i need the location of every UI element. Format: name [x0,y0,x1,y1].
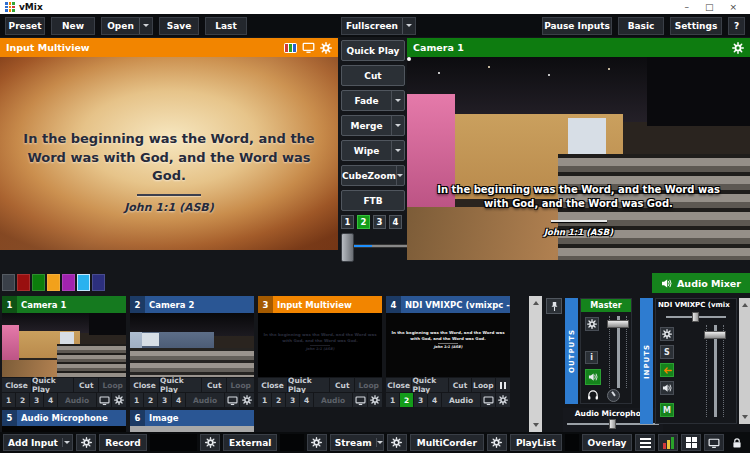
fader-handle[interactable] [607,320,629,328]
gear-icon[interactable] [320,42,332,54]
audio-follow-button[interactable] [660,363,674,377]
input-1-header[interactable]: 1 Camera 1 [2,296,126,313]
inputs-scrollbar[interactable] [529,296,542,432]
settings-button[interactable]: Settings [670,17,722,35]
basic-button[interactable]: Basic [618,17,664,35]
scroll-up-icon[interactable] [742,300,748,307]
overlay-4-button[interactable]: 4 [44,393,57,407]
loop-button[interactable]: Loop [472,378,495,392]
external-settings-gear[interactable] [200,434,220,451]
monitor-icon[interactable] [302,41,315,54]
stream-settings-gear[interactable] [307,434,327,451]
external-button[interactable]: External [223,434,277,451]
audio-levels-button[interactable] [658,434,678,451]
overlay-1-button[interactable]: 1 [2,393,15,407]
fade-button[interactable]: Fade [341,90,405,111]
input-2-thumbnail[interactable] [130,313,254,377]
overlay-4-button[interactable]: 4 [300,393,313,407]
close-button[interactable]: Close [386,378,411,392]
gear-icon[interactable] [585,317,599,331]
gear-icon[interactable] [112,393,126,407]
fader-handle[interactable] [704,331,726,339]
last-button[interactable]: Last [205,17,247,35]
mute-button[interactable]: M [660,403,674,417]
monitor-icon[interactable] [225,393,239,407]
monitor-icon[interactable] [97,393,111,407]
overlay-2-button-active[interactable]: 2 [400,393,413,407]
overlay-3-button[interactable]: 3 [158,393,171,407]
master-fader[interactable] [607,316,629,388]
open-dropdown[interactable] [139,18,152,34]
ndi-fader[interactable] [704,325,726,417]
transition-4-button[interactable]: 4 [389,215,402,229]
audio-mixer-toggle[interactable]: Audio Mixer [652,273,750,293]
help-button[interactable]: ? [728,17,745,35]
new-button[interactable]: New [51,17,95,35]
quick-play-button[interactable]: Quick Play [341,40,405,61]
close-button[interactable]: Close [258,378,287,392]
fullscreen-dropdown[interactable] [402,18,415,34]
record-settings-gear[interactable] [76,434,96,451]
scroll-up-icon[interactable] [533,298,539,305]
close-button[interactable]: Close [130,378,159,392]
pause-button[interactable] [496,378,510,392]
pan-slider[interactable] [662,312,730,322]
merge-button[interactable]: Merge [341,115,405,136]
category-swatch[interactable] [17,274,30,291]
headphone-volume-knob[interactable] [607,389,620,402]
add-input-button[interactable]: Add Input [3,434,73,451]
monitor-icon[interactable] [353,393,367,407]
quick-play-button[interactable]: Quick Play [288,378,329,392]
close-button[interactable]: × [729,3,737,12]
audio-button[interactable]: Audio [442,393,480,407]
overlay-1-button[interactable]: 1 [130,393,143,407]
playlist-settings-gear[interactable] [487,434,507,451]
solo-button[interactable]: S [660,345,674,359]
menu-button[interactable] [635,434,655,451]
cut-button[interactable]: Cut [449,378,470,392]
overlay-3-button[interactable]: 3 [286,393,299,407]
cubezoom-button[interactable]: CubeZoom [341,165,405,186]
overlay-4-button[interactable]: 4 [428,393,441,407]
input-1-thumbnail[interactable] [2,313,126,377]
stream-dropdown[interactable] [376,438,383,447]
cubezoom-dropdown[interactable] [396,166,404,185]
transition-1-button[interactable]: 1 [341,215,354,229]
wipe-button[interactable]: Wipe [341,140,405,161]
speaker-button[interactable] [585,369,601,385]
category-swatch[interactable] [92,274,105,291]
overlay-2-button[interactable]: 2 [144,393,157,407]
gear-icon[interactable] [368,393,382,407]
cut-button[interactable]: Cut [341,65,405,86]
slider-handle[interactable] [692,312,699,322]
category-swatch[interactable] [2,274,15,291]
speaker-button[interactable] [660,381,674,395]
gear-icon[interactable] [660,327,674,341]
overlay-button[interactable]: Overlay [582,434,632,451]
transition-2-button[interactable]: 2 [357,215,370,229]
multicorder-settings-gear[interactable] [387,434,407,451]
pause-inputs-button[interactable]: Pause Inputs [542,17,612,35]
input-3-thumbnail[interactable]: In the beginning was the Word, and the W… [258,313,382,377]
loop-button[interactable]: Loop [355,378,382,392]
record-button[interactable]: Record [99,434,147,451]
monitor-icon[interactable] [481,393,495,407]
open-button[interactable]: Open [101,17,153,35]
merge-dropdown[interactable] [391,116,404,135]
overlay-1-button[interactable]: 1 [258,393,271,407]
maximize-button[interactable]: □ [705,3,714,12]
multicorder-button[interactable]: MultiCorder [410,434,484,451]
slider-handle[interactable] [609,419,616,429]
overlay-3-button[interactable]: 3 [30,393,43,407]
mixer-pin-button[interactable] [546,298,562,314]
input-5-header[interactable]: 5 Audio Microphone [2,410,126,426]
cut-button[interactable]: Cut [330,378,354,392]
audio-button[interactable]: Audio [186,393,224,407]
fullscreen-button[interactable]: Fullscreen [341,17,416,35]
lock-button[interactable] [727,434,747,451]
overlay-1-button[interactable]: 1 [386,393,399,407]
add-input-dropdown[interactable] [62,438,72,447]
cut-button[interactable]: Cut [74,378,98,392]
fade-dropdown[interactable] [391,91,404,110]
mixer-scrollbar[interactable] [739,298,750,424]
